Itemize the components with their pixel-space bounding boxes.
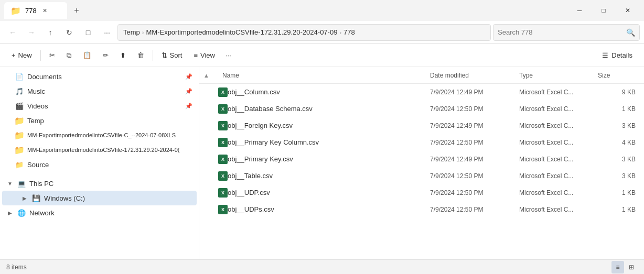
excel-icon: X	[218, 121, 228, 130]
up-button[interactable]: ↑	[42, 24, 59, 41]
table-row[interactable]: X obj__UDP.csv 7/9/2024 12:50 PM Microso…	[199, 184, 644, 201]
file-date: 7/9/2024 12:50 PM	[430, 139, 519, 146]
breadcrumb-folder[interactable]: MM-ExportimportedmodelintoCSVfile-172.31…	[146, 28, 337, 36]
col-header-name[interactable]: Name	[218, 72, 430, 79]
music-icon: 🎵	[15, 86, 24, 96]
sidebar-item-mm-xls[interactable]: 📁 MM-ExportimportedmodelintoCSVfile-C_--…	[2, 128, 197, 143]
file-size: 1 KB	[598, 105, 640, 113]
expand-button[interactable]: □	[80, 24, 96, 41]
search-box[interactable]: 🔍	[493, 24, 640, 41]
table-row[interactable]: X obj__UDPs.csv 7/9/2024 12:50 PM Micros…	[199, 201, 644, 218]
close-window-button[interactable]: ✕	[616, 2, 640, 19]
excel-icon: X	[218, 155, 228, 164]
videos-icon: 🎬	[15, 101, 24, 111]
drive-icon: 💾	[31, 193, 41, 203]
file-date: 7/9/2024 12:50 PM	[430, 172, 519, 180]
file-name: obj__UDPs.csv	[228, 205, 430, 213]
file-size: 9 KB	[598, 89, 640, 96]
new-tab-button[interactable]: +	[69, 3, 84, 18]
select-all-check[interactable]: ▲	[203, 72, 218, 79]
back-button[interactable]: ←	[4, 24, 21, 41]
minimize-button[interactable]: ─	[567, 2, 592, 19]
toolbar-more-button[interactable]: ···	[221, 49, 235, 62]
new-button[interactable]: + New	[6, 49, 37, 62]
file-size: 3 KB	[598, 156, 640, 163]
more-nav-button[interactable]: ···	[99, 24, 115, 41]
sidebar-item-label: Music	[27, 87, 182, 95]
file-list-header: ▲ Name Date modified Type Size	[199, 67, 644, 84]
col-type-label: Type	[519, 72, 533, 79]
list-view-button[interactable]: ≡	[611, 261, 624, 273]
sidebar-item-music[interactable]: 🎵 Music 📌	[2, 84, 197, 98]
sidebar-item-label: Source	[27, 161, 192, 169]
new-icon: +	[12, 51, 16, 59]
tab-close-button[interactable]: ✕	[41, 6, 49, 15]
paste-button[interactable]: 📋	[78, 49, 96, 62]
paste-icon: 📋	[83, 51, 91, 59]
sidebar-item-windows-c[interactable]: ▶ 💾 Windows (C:)	[2, 191, 197, 205]
tab-label: 778	[25, 7, 37, 15]
table-row[interactable]: X obj__Foreign Key.csv 7/9/2024 12:49 PM…	[199, 117, 644, 134]
view-button[interactable]: ≡ View	[188, 49, 220, 62]
table-row[interactable]: X obj__Primary Key Column.csv 7/9/2024 1…	[199, 134, 644, 151]
tab-778[interactable]: 📁 778 ✕	[4, 2, 67, 19]
sidebar-item-this-pc[interactable]: ▼ 💻 This PC	[2, 176, 197, 191]
file-size: 1 KB	[598, 189, 640, 196]
sidebar-item-label: Windows (C:)	[44, 194, 192, 202]
toolbar: + New ✂ ⧉ 📋 ✏ ⬆ 🗑 ⇅ Sort ≡ View ··· ☰ De…	[0, 44, 644, 67]
table-row[interactable]: X obj__Column.csv 7/9/2024 12:49 PM Micr…	[199, 84, 644, 101]
sidebar-item-documents[interactable]: 📄 Documents 📌	[2, 69, 197, 84]
file-name: obj__Database Schema.csv	[228, 105, 430, 113]
breadcrumb-temp[interactable]: Temp	[123, 28, 140, 36]
view-toggle-buttons: ≡ ⊞	[611, 261, 638, 273]
copy-icon: ⧉	[67, 51, 71, 60]
file-type: Microsoft Excel C...	[519, 89, 598, 96]
excel-icon: X	[218, 104, 228, 114]
breadcrumb-subfolder[interactable]: 778	[344, 28, 355, 36]
folder-icon: 📁	[15, 130, 24, 140]
sidebar-item-network[interactable]: ▶ 🌐 Network	[2, 205, 197, 220]
details-button[interactable]: ☰ Details	[597, 49, 638, 62]
file-name: obj__Table.csv	[228, 172, 430, 180]
table-row[interactable]: X obj__Primary Key.csv 7/9/2024 12:49 PM…	[199, 151, 644, 168]
sidebar-item-mm-172[interactable]: 📁 MM-ExportimportedmodelintoCSVfile-172.…	[2, 143, 197, 157]
file-type: Microsoft Excel C...	[519, 172, 598, 180]
search-input[interactable]	[498, 28, 623, 36]
file-type: Microsoft Excel C...	[519, 105, 598, 113]
file-size: 4 KB	[598, 139, 640, 146]
col-header-date[interactable]: Date modified	[430, 72, 519, 79]
forward-button[interactable]: →	[23, 24, 40, 41]
table-row[interactable]: X obj__Table.csv 7/9/2024 12:50 PM Micro…	[199, 168, 644, 184]
sidebar-item-videos[interactable]: 🎬 Videos 📌	[2, 98, 197, 113]
sidebar-item-label: Documents	[27, 73, 182, 81]
rename-button[interactable]: ✏	[98, 49, 114, 62]
address-bar: ← → ↑ ↻ □ ··· Temp › MM-Exportimportedmo…	[0, 21, 644, 44]
breadcrumb[interactable]: Temp › MM-ExportimportedmodelintoCSVfile…	[117, 24, 491, 41]
grid-view-button[interactable]: ⊞	[625, 261, 638, 273]
cut-button[interactable]: ✂	[44, 49, 60, 62]
share-button[interactable]: ⬆	[115, 49, 131, 62]
search-icon[interactable]: 🔍	[626, 28, 635, 37]
sort-button[interactable]: ⇅ Sort	[156, 49, 188, 62]
sidebar-item-source[interactable]: 📁 Source	[2, 157, 197, 172]
new-label: New	[18, 51, 32, 59]
delete-button[interactable]: 🗑	[132, 49, 149, 62]
file-size: 3 KB	[598, 122, 640, 129]
copy-button[interactable]: ⧉	[61, 49, 77, 62]
expand-arrow-icon: ▶	[21, 194, 28, 202]
refresh-button[interactable]: ↻	[61, 24, 78, 41]
file-name: obj__Foreign Key.csv	[228, 122, 430, 129]
folder-icon: 📁	[15, 145, 24, 155]
toolbar-separator-2	[153, 50, 153, 61]
maximize-button[interactable]: □	[592, 2, 616, 19]
col-header-size[interactable]: Size	[598, 72, 640, 79]
excel-icon: X	[218, 171, 228, 181]
col-header-type[interactable]: Type	[519, 72, 598, 79]
file-size: 1 KB	[598, 206, 640, 213]
excel-icon: X	[218, 87, 228, 97]
sidebar-item-temp[interactable]: 📁 Temp	[2, 113, 197, 128]
view-icon: ≡	[194, 51, 198, 59]
expand-arrow-icon: ▶	[6, 209, 14, 216]
table-row[interactable]: X obj__Database Schema.csv 7/9/2024 12:5…	[199, 101, 644, 117]
sidebar-item-label: MM-ExportimportedmodelintoCSVfile-172.31…	[27, 147, 192, 153]
